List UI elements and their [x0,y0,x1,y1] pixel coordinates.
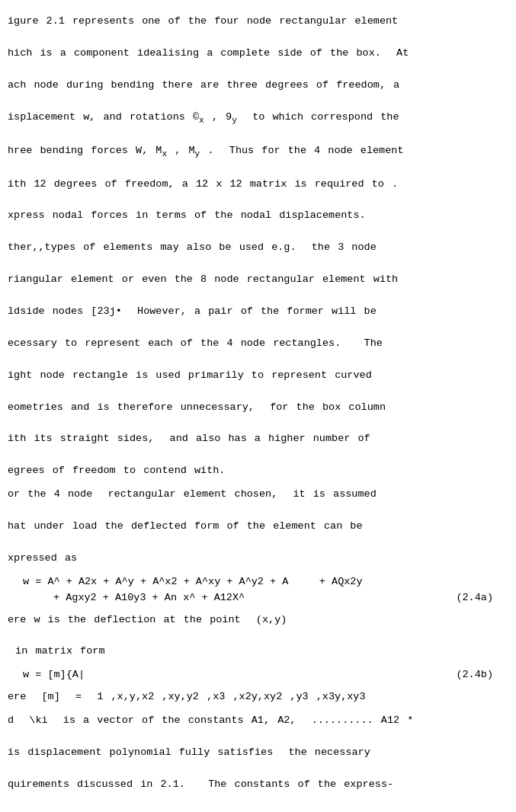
eq-line-1: w = A^ + A2x + A^y + A^x2 + A^xy + A^y2 … [23,574,501,590]
eq-line-3: w = [m]{A| (2.4b) [23,667,501,683]
paragraph-3: ere w is the deflection at the point (x,… [8,612,501,660]
paragraph-1: igure 2.1 represents one of the four nod… [8,14,501,479]
eq-text-2: + Agxy2 + A10y3 + An x^ + A12X^ [53,590,245,606]
eq-label-2-4a: (2.4a) [456,590,501,606]
eq-label-2-4b: (2.4b) [456,667,501,683]
eq-line-2: + Agxy2 + A10y3 + An x^ + A12X^ (2.4a) [23,590,501,606]
paragraph-5: d \ki is a vector of the constants A1, A… [8,713,501,812]
page-content: igure 2.1 represents one of the four nod… [8,14,501,812]
equation-2-4a: w = A^ + A2x + A^y + A^x2 + A^xy + A^y2 … [23,574,501,606]
eq-text-1: w = A^ + A2x + A^y + A^x2 + A^xy + A^y2 … [23,574,363,590]
paragraph-4: ere [m] = 1 ,x,y,x2 ,xy,y2 ,x3 ,x2y,xy2 … [8,689,501,705]
eq-text-3: w = [m]{A| [23,667,85,683]
paragraph-2: or the 4 node rectangular element chosen… [8,487,501,567]
equation-2-4b: w = [m]{A| (2.4b) [23,667,501,683]
